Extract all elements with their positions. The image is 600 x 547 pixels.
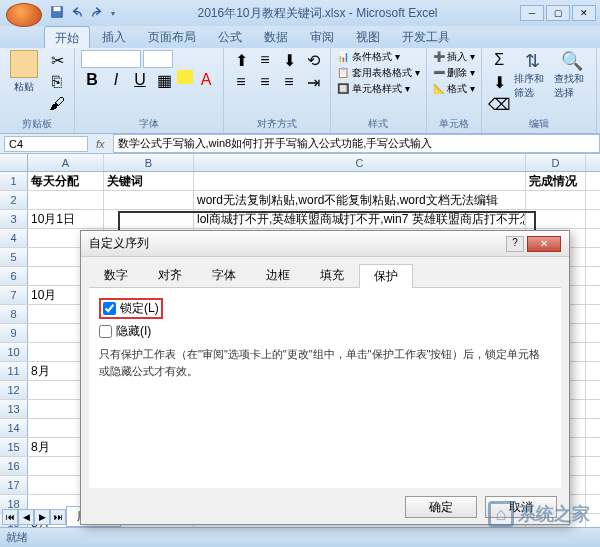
col-header-d[interactable]: D — [526, 154, 586, 171]
hide-checkbox[interactable] — [99, 325, 112, 338]
align-top-icon[interactable]: ⬆ — [230, 50, 252, 70]
row-header[interactable]: 10 — [0, 343, 28, 361]
col-header-c[interactable]: C — [194, 154, 526, 171]
dlg-tab-number[interactable]: 数字 — [89, 263, 143, 287]
cell[interactable]: 每天分配 — [28, 172, 104, 190]
row-header[interactable]: 8 — [0, 305, 28, 323]
tab-formula[interactable]: 公式 — [208, 26, 252, 48]
cell[interactable] — [104, 210, 194, 228]
fill-icon[interactable]: ⬇ — [488, 72, 510, 92]
row-header[interactable]: 16 — [0, 457, 28, 475]
dlg-tab-font[interactable]: 字体 — [197, 263, 251, 287]
tab-dev[interactable]: 开发工具 — [392, 26, 460, 48]
row-header[interactable]: 5 — [0, 248, 28, 266]
cell[interactable]: word无法复制粘贴,word不能复制粘贴,word文档无法编辑 — [194, 191, 526, 209]
cell[interactable] — [28, 191, 104, 209]
hide-label[interactable]: 隐藏(I) — [116, 323, 151, 340]
bold-icon[interactable]: B — [81, 70, 103, 90]
border-icon[interactable]: ▦ — [153, 70, 175, 90]
dialog-titlebar[interactable]: 自定义序列 ? ✕ — [81, 231, 569, 257]
orientation-icon[interactable]: ⟲ — [302, 50, 324, 70]
row-header[interactable]: 13 — [0, 400, 28, 418]
row-header[interactable]: 2 — [0, 191, 28, 209]
align-mid-icon[interactable]: ≡ — [254, 50, 276, 70]
formula-input[interactable]: 数学公式手写输入,win8如何打开手写输入公式功能,手写公式输入 — [113, 134, 600, 153]
row-header[interactable]: 3 — [0, 210, 28, 228]
insert-cell-button[interactable]: ➕ 插入 ▾ — [433, 50, 476, 64]
font-color-icon[interactable]: A — [195, 70, 217, 90]
copy-icon[interactable]: ⎘ — [46, 72, 68, 92]
cell[interactable]: lol商城打不开,英雄联盟商城打不开,win7 英雄联盟商店打不开怎么办 — [194, 210, 526, 228]
select-all-corner[interactable] — [0, 154, 28, 171]
delete-cell-button[interactable]: ➖ 删除 ▾ — [433, 66, 476, 80]
cell[interactable] — [104, 191, 194, 209]
close-button[interactable]: ✕ — [572, 5, 596, 21]
align-right-icon[interactable]: ≡ — [278, 72, 300, 92]
underline-icon[interactable]: U — [129, 70, 151, 90]
maximize-button[interactable]: ▢ — [546, 5, 570, 21]
undo-icon[interactable] — [70, 5, 86, 21]
format-cell-button[interactable]: 📐 格式 ▾ — [433, 82, 476, 96]
cell[interactable] — [526, 210, 586, 228]
col-header-b[interactable]: B — [104, 154, 194, 171]
row-header[interactable]: 6 — [0, 267, 28, 285]
align-center-icon[interactable]: ≡ — [254, 72, 276, 92]
tab-review[interactable]: 审阅 — [300, 26, 344, 48]
row-header[interactable]: 9 — [0, 324, 28, 342]
cell-style-button[interactable]: 🔲 单元格样式 ▾ — [337, 82, 420, 96]
dialog-close-button[interactable]: ✕ — [527, 236, 561, 252]
find-button[interactable]: 🔍查找和选择 — [554, 50, 590, 100]
font-size-combo[interactable] — [143, 50, 173, 68]
row-header[interactable]: 12 — [0, 381, 28, 399]
redo-icon[interactable] — [90, 5, 106, 21]
col-header-a[interactable]: A — [28, 154, 104, 171]
dlg-tab-protect[interactable]: 保护 — [359, 264, 413, 288]
sheet-nav-first-icon[interactable]: ⏮ — [2, 509, 18, 525]
row-header[interactable]: 4 — [0, 229, 28, 247]
dlg-tab-align[interactable]: 对齐 — [143, 263, 197, 287]
tab-insert[interactable]: 插入 — [92, 26, 136, 48]
indent-icon[interactable]: ⇥ — [302, 72, 324, 92]
align-left-icon[interactable]: ≡ — [230, 72, 252, 92]
fx-icon[interactable]: fx — [88, 138, 113, 150]
cond-format-button[interactable]: 📊 条件格式 ▾ — [337, 50, 420, 64]
paste-button[interactable]: 粘贴 — [6, 50, 42, 94]
row-header[interactable]: 17 — [0, 476, 28, 494]
autosum-icon[interactable]: Σ — [488, 50, 510, 70]
dialog-help-button[interactable]: ? — [506, 236, 524, 252]
row-header[interactable]: 14 — [0, 419, 28, 437]
cell[interactable]: 关键词 — [104, 172, 194, 190]
align-bottom-icon[interactable]: ⬇ — [278, 50, 300, 70]
sheet-nav-next-icon[interactable]: ▶ — [34, 509, 50, 525]
tab-view[interactable]: 视图 — [346, 26, 390, 48]
tab-data[interactable]: 数据 — [254, 26, 298, 48]
cell[interactable] — [526, 191, 586, 209]
fill-color-icon[interactable] — [177, 70, 193, 84]
name-box[interactable]: C4 — [4, 136, 88, 152]
cell[interactable] — [194, 172, 526, 190]
table-format-button[interactable]: 📋 套用表格格式 ▾ — [337, 66, 420, 80]
tab-layout[interactable]: 页面布局 — [138, 26, 206, 48]
format-painter-icon[interactable]: 🖌 — [46, 94, 68, 114]
row-header[interactable]: 1 — [0, 172, 28, 190]
office-button[interactable] — [6, 3, 42, 27]
font-family-combo[interactable] — [81, 50, 141, 68]
minimize-button[interactable]: ─ — [520, 5, 544, 21]
dlg-tab-border[interactable]: 边框 — [251, 263, 305, 287]
sheet-nav-prev-icon[interactable]: ◀ — [18, 509, 34, 525]
italic-icon[interactable]: I — [105, 70, 127, 90]
dlg-tab-fill[interactable]: 填充 — [305, 263, 359, 287]
cut-icon[interactable]: ✂ — [46, 50, 68, 70]
ok-button[interactable]: 确定 — [405, 496, 477, 518]
row-header[interactable]: 15 — [0, 438, 28, 456]
cell[interactable]: 10月1日 — [28, 210, 104, 228]
sort-button[interactable]: ⇅排序和筛选 — [514, 50, 550, 100]
lock-label[interactable]: 锁定(L) — [120, 300, 159, 317]
row-header[interactable]: 11 — [0, 362, 28, 380]
lock-checkbox[interactable] — [103, 302, 116, 315]
tab-home[interactable]: 开始 — [44, 26, 90, 48]
save-icon[interactable] — [50, 5, 66, 21]
sheet-nav-last-icon[interactable]: ⏭ — [50, 509, 66, 525]
row-header[interactable]: 7 — [0, 286, 28, 304]
cell[interactable]: 完成情况 — [526, 172, 586, 190]
